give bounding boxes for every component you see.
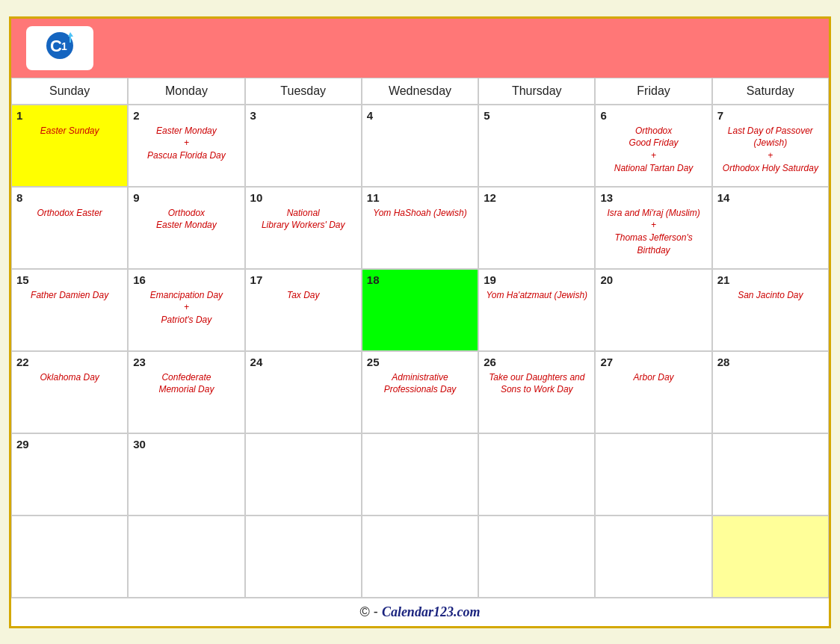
calendar-cell-w1-d5: 13Isra and Mi'raj (Muslim)+Thomas Jeffer… [595, 187, 711, 269]
day-name-thursday: Thursday [478, 78, 595, 105]
cell-number: 26 [484, 356, 590, 368]
cell-number: 4 [367, 109, 473, 122]
footer-brand: Calendar123.com [382, 604, 481, 619]
cell-event: OrthodoxEaster Monday [133, 207, 239, 232]
cell-event: Yom HaShoah (Jewish) [367, 207, 473, 220]
calendar-cell-w1-d0: 8Orthodox Easter [11, 187, 128, 269]
cell-number: 21 [717, 273, 824, 286]
day-name-wednesday: Wednesday [362, 78, 478, 105]
calendar-cell-w5-d2 [245, 515, 362, 598]
calendar-cell-w2-d5: 20 [595, 269, 711, 351]
cell-number: 7 [717, 109, 824, 122]
logo-icon: C 1 [40, 31, 81, 64]
cell-number: 2 [133, 109, 239, 122]
cell-number: 9 [133, 191, 239, 204]
cell-number: 29 [16, 438, 123, 451]
cell-number: 24 [250, 356, 356, 368]
calendar-cell-w1-d4: 12 [478, 187, 595, 269]
cell-number: 12 [484, 191, 590, 204]
cell-number: 15 [16, 273, 123, 286]
calendar-cell-w4-d0: 29 [11, 433, 128, 515]
cell-number: 5 [484, 109, 590, 122]
calendar-cell-w3-d6: 28 [712, 351, 829, 433]
calendar-cell-w4-d5 [595, 433, 711, 515]
day-name-sunday: Sunday [11, 78, 128, 105]
calendar-grid: 1Easter Sunday2Easter Monday+Pascua Flor… [11, 105, 829, 598]
cell-event: Oklahoma Day [16, 371, 123, 384]
cell-number: 22 [16, 356, 123, 368]
cell-event: Last Day of Passover (Jewish)+Orthodox H… [717, 125, 824, 175]
calendar-cell-w4-d3 [362, 433, 478, 515]
calendar-header: C 1 [11, 19, 829, 78]
cell-event: OrthodoxGood Friday+National Tartan Day [600, 125, 706, 175]
calendar-cell-w0-d2: 3 [245, 105, 362, 187]
cell-number: 10 [250, 191, 356, 204]
calendar-cell-w0-d4: 5 [478, 105, 595, 187]
calendar-cell-w1-d1: 9OrthodoxEaster Monday [128, 187, 244, 269]
calendar-cell-w0-d0: 1Easter Sunday [11, 105, 128, 187]
cell-number: 20 [600, 273, 706, 286]
cell-event: Orthodox Easter [16, 207, 123, 220]
day-name-tuesday: Tuesday [245, 78, 362, 105]
cell-number: 1 [16, 109, 123, 122]
cell-number: 16 [133, 273, 239, 286]
calendar-cell-w3-d5: 27Arbor Day [595, 351, 711, 433]
cell-number: 18 [367, 273, 473, 286]
cell-event: Arbor Day [600, 371, 706, 384]
calendar-cell-w2-d1: 16Emancipation Day+Patriot's Day [128, 269, 244, 351]
cell-number: 19 [484, 273, 590, 286]
calendar-cell-w3-d0: 22Oklahoma Day [11, 351, 128, 433]
day-name-saturday: Saturday [712, 78, 829, 105]
cell-number: 11 [367, 191, 473, 204]
logo-box: C 1 [26, 26, 93, 70]
cell-event: Yom Ha'atzmaut (Jewish) [484, 289, 590, 302]
cell-number: 23 [133, 356, 239, 368]
svg-text:C: C [50, 37, 62, 55]
day-name-friday: Friday [595, 78, 711, 105]
day-name-monday: Monday [128, 78, 244, 105]
calendar-cell-w2-d2: 17Tax Day [245, 269, 362, 351]
calendar-cell-w2-d6: 21San Jacinto Day [712, 269, 829, 351]
calendar-cell-w4-d4 [478, 433, 595, 515]
cell-event: NationalLibrary Workers' Day [250, 207, 356, 232]
calendar-cell-w0-d6: 7Last Day of Passover (Jewish)+Orthodox … [712, 105, 829, 187]
calendar-cell-w4-d1: 30 [128, 433, 244, 515]
cell-number: 8 [16, 191, 123, 204]
cell-number: 17 [250, 273, 356, 286]
calendar-cell-w5-d5 [595, 515, 711, 598]
cell-event: ConfederateMemorial Day [133, 371, 239, 397]
calendar-cell-w4-d6 [712, 433, 829, 515]
calendar-cell-w5-d6 [712, 515, 829, 598]
cell-number: 3 [250, 109, 356, 122]
cell-event: Isra and Mi'raj (Muslim)+Thomas Jefferso… [600, 207, 706, 257]
cell-number: 13 [600, 191, 706, 204]
calendar-cell-w3-d4: 26Take our Daughters and Sons to Work Da… [478, 351, 595, 433]
cell-number: 14 [717, 191, 824, 204]
calendar-container: C 1 SundayMondayTuesdayWednesdayThursday… [9, 16, 831, 628]
calendar-cell-w3-d2: 24 [245, 351, 362, 433]
calendar-cell-w5-d3 [362, 515, 478, 598]
calendar-cell-w5-d0 [11, 515, 128, 598]
cell-number: 28 [717, 356, 824, 368]
calendar-cell-w0-d1: 2Easter Monday+Pascua Florida Day [128, 105, 244, 187]
calendar-cell-w4-d2 [245, 433, 362, 515]
calendar-cell-w1-d6: 14 [712, 187, 829, 269]
cell-event: Take our Daughters and Sons to Work Day [484, 371, 590, 397]
cell-number: 30 [133, 438, 239, 451]
calendar-footer: © - Calendar123.com [11, 598, 829, 626]
calendar-cell-w0-d3: 4 [362, 105, 478, 187]
calendar-cell-w5-d4 [478, 515, 595, 598]
calendar-cell-w0-d5: 6OrthodoxGood Friday+National Tartan Day [595, 105, 711, 187]
cell-event: Easter Monday+Pascua Florida Day [133, 125, 239, 162]
calendar-cell-w2-d4: 19Yom Ha'atzmaut (Jewish) [478, 269, 595, 351]
svg-marker-3 [68, 32, 73, 37]
calendar-cell-w1-d3: 11Yom HaShoah (Jewish) [362, 187, 478, 269]
cell-event: AdministrativeProfessionals Day [367, 371, 473, 397]
footer-copyright: © - [360, 604, 382, 619]
cell-number: 6 [600, 109, 706, 122]
cell-number: 25 [367, 356, 473, 368]
cell-event: Father Damien Day [16, 289, 123, 302]
cell-event: San Jacinto Day [717, 289, 824, 302]
days-header: SundayMondayTuesdayWednesdayThursdayFrid… [11, 78, 829, 105]
svg-text:1: 1 [61, 40, 67, 52]
